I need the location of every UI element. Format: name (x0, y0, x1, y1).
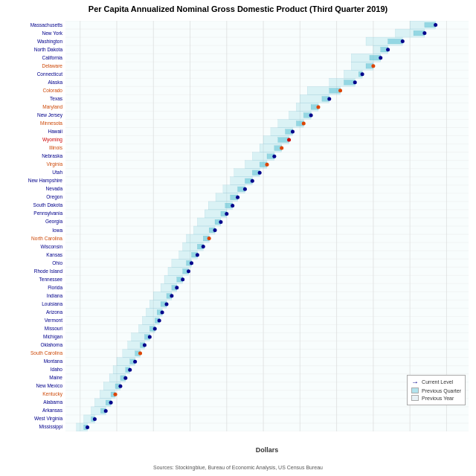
svg-point-206 (161, 310, 164, 314)
svg-point-226 (138, 352, 142, 356)
state-label: Arkansas (42, 408, 62, 414)
legend-prev-year: Previous Year (411, 395, 461, 401)
state-label: Vermont (45, 318, 62, 324)
legend-prev-quarter-label: Previous Quarter (422, 388, 461, 393)
state-label: North Dakota (34, 47, 62, 52)
chart-svg: 40,00050,00060,00070,00080,00090,000 (65, 21, 469, 431)
arrow-icon: → (411, 378, 419, 386)
state-label: South Dakota (33, 203, 62, 208)
svg-rect-72 (388, 39, 403, 44)
svg-point-102 (327, 97, 331, 100)
svg-point-98 (338, 89, 342, 92)
state-label: North Carolina (31, 236, 62, 241)
svg-point-214 (153, 327, 157, 331)
state-label: Nevada (46, 187, 62, 192)
legend-current-label: Current Level (422, 379, 453, 385)
svg-point-250 (109, 401, 113, 405)
svg-point-262 (86, 425, 89, 429)
state-label: Hawaii (48, 129, 62, 135)
state-label: Delaware (42, 63, 62, 68)
state-label: Nebraska (42, 154, 62, 159)
svg-point-258 (93, 417, 97, 421)
chart-area: 40,00050,00060,00070,00080,00090,000 (65, 21, 469, 431)
state-label: Washington (37, 39, 62, 44)
state-label: Virginia (46, 162, 62, 167)
svg-point-190 (181, 277, 184, 281)
state-label: Connecticut (37, 72, 62, 77)
state-label: New Hampshire (28, 178, 62, 184)
svg-point-186 (187, 269, 190, 273)
svg-point-162 (219, 220, 222, 224)
legend-current: → Current Level (411, 378, 461, 386)
state-label: Pennsylvania (33, 211, 62, 216)
state-label: Georgia (45, 219, 62, 225)
state-label: West Virginia (34, 416, 62, 422)
svg-point-194 (175, 286, 178, 289)
legend-prev-quarter: Previous Quarter (411, 387, 461, 393)
state-label: California (42, 55, 62, 60)
prev-quarter-box (411, 387, 419, 393)
legend-prev-year-label: Previous Year (422, 396, 454, 401)
svg-point-174 (202, 245, 205, 248)
state-label: Arizona (46, 310, 62, 315)
state-label: Montana (44, 359, 62, 364)
state-label: Colorado (43, 89, 62, 94)
state-label: Iowa (52, 228, 62, 233)
svg-point-154 (231, 204, 234, 208)
svg-point-146 (243, 187, 247, 191)
state-label: Massachusetts (30, 22, 62, 28)
state-label: New Jersey (37, 113, 62, 118)
legend: → Current Level Previous Quarter Previou… (407, 375, 466, 405)
svg-point-178 (196, 253, 199, 257)
svg-point-78 (386, 48, 390, 51)
state-label: Michigan (43, 335, 62, 340)
sources: Sources: Stockingblue, Bureau of Economi… (0, 465, 476, 470)
svg-point-246 (114, 393, 118, 396)
state-label: Indiana (47, 294, 62, 299)
state-label: South Carolina (30, 351, 62, 356)
svg-point-126 (280, 147, 283, 150)
svg-point-182 (190, 261, 193, 265)
state-label: Minnesota (40, 121, 62, 126)
svg-point-218 (148, 335, 152, 339)
svg-point-114 (302, 122, 306, 126)
prev-year-box (411, 395, 419, 401)
svg-point-166 (213, 228, 217, 232)
state-label: Utah (52, 170, 62, 176)
svg-point-74 (401, 39, 405, 43)
svg-point-118 (291, 130, 295, 134)
svg-point-170 (208, 237, 211, 240)
svg-point-142 (251, 179, 254, 183)
svg-point-150 (236, 196, 239, 199)
svg-point-138 (258, 171, 262, 175)
svg-point-130 (272, 155, 276, 158)
state-label: New Mexico (36, 384, 62, 389)
state-label: Illinois (49, 146, 62, 151)
svg-point-94 (353, 80, 357, 84)
chart-container: Per Capita Annualized Nominal Gross Dome… (0, 0, 476, 476)
svg-point-82 (379, 56, 382, 60)
state-label: Rhode Island (34, 268, 62, 274)
chart-title: Per Capita Annualized Nominal Gross Dome… (0, 0, 476, 15)
state-label: Kansas (46, 252, 62, 257)
state-label: Texas (50, 97, 62, 102)
svg-point-110 (309, 113, 313, 117)
state-label: Maryland (42, 105, 62, 110)
svg-point-134 (266, 163, 269, 167)
svg-point-66 (434, 23, 437, 27)
svg-point-230 (133, 360, 137, 364)
state-label: Oklahoma (40, 343, 62, 348)
state-label: Alaska (48, 80, 62, 86)
svg-point-86 (371, 64, 375, 68)
state-label: Louisiana (42, 302, 62, 307)
svg-point-222 (143, 344, 147, 347)
svg-point-70 (422, 31, 426, 35)
svg-point-198 (170, 294, 173, 298)
x-axis-label: Dollars (65, 446, 469, 454)
state-label: Mississippi (39, 425, 62, 430)
state-label: Idaho (51, 367, 62, 373)
state-label: Alabama (43, 400, 62, 405)
svg-point-242 (118, 385, 122, 388)
y-labels: MassachusettsNew YorkWashingtonNorth Dak… (0, 21, 65, 431)
svg-point-234 (128, 368, 132, 372)
